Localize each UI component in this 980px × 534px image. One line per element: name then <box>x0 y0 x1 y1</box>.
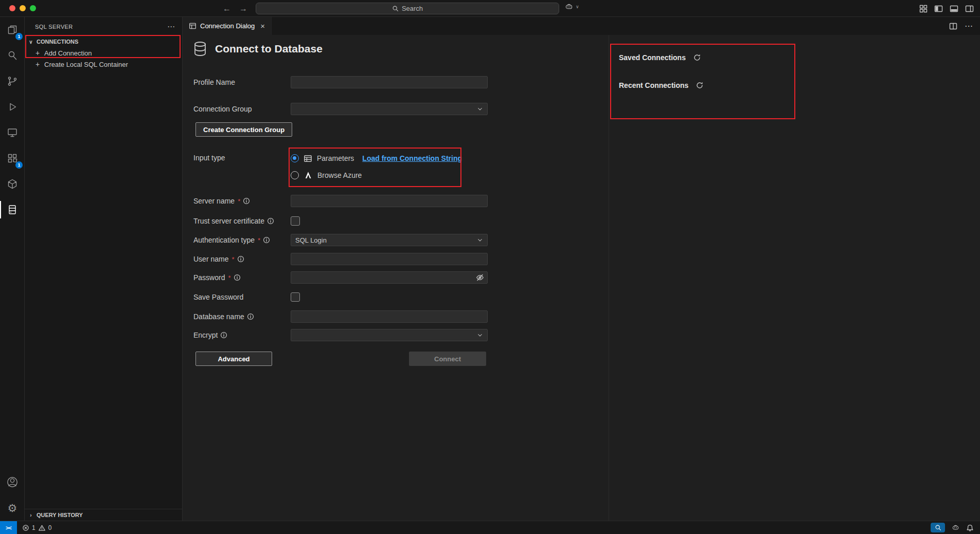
copilot-status-icon[interactable] <box>951 523 960 532</box>
chevron-down-icon: ∨ <box>576 4 579 9</box>
minimize-window-icon[interactable] <box>20 5 26 11</box>
activity-remote-explorer[interactable] <box>0 120 25 145</box>
close-icon[interactable]: × <box>260 22 265 30</box>
password-input[interactable] <box>291 271 488 284</box>
sidebar-sql-server: SQL SERVER ⋯ ∨ CONNECTIONS + Add Connect… <box>25 17 183 521</box>
back-icon[interactable]: ← <box>223 4 231 13</box>
chevron-down-icon <box>477 237 483 243</box>
customize-layout-icon[interactable] <box>919 5 928 13</box>
activity-sql-server[interactable] <box>0 197 25 223</box>
authentication-type-select[interactable]: SQL Login <box>291 234 488 246</box>
activity-explorer[interactable]: 1 <box>0 17 25 43</box>
toggle-primary-sidebar-icon[interactable] <box>934 5 943 13</box>
database-name-input[interactable] <box>291 310 488 323</box>
browse-azure-radio[interactable] <box>291 171 299 179</box>
create-connection-group-button[interactable]: Create Connection Group <box>195 122 292 137</box>
server-name-input[interactable] <box>291 195 488 207</box>
sidebar-item-create-local-sql-container[interactable]: + Create Local SQL Container <box>25 59 182 70</box>
cube-icon <box>6 178 19 190</box>
activity-search[interactable] <box>0 43 25 68</box>
refresh-recent-connections-button[interactable] <box>696 81 704 89</box>
parameters-radio[interactable] <box>291 154 299 162</box>
connections-section-label: CONNECTIONS <box>37 39 78 45</box>
info-icon <box>237 255 244 263</box>
trust-server-certificate-checkbox[interactable] <box>291 216 300 226</box>
editor-more-actions-icon[interactable]: ⋯ <box>965 21 973 31</box>
encrypt-label: Encrypt <box>193 331 218 339</box>
maximize-window-icon[interactable] <box>30 5 36 11</box>
activity-containers[interactable] <box>0 171 25 197</box>
required-marker: * <box>231 255 234 263</box>
user-name-label: User name <box>193 255 228 263</box>
activity-extensions[interactable]: 1 <box>0 145 25 171</box>
connection-dialog-tab-icon <box>189 22 197 30</box>
gear-icon: ⚙ <box>8 503 17 513</box>
close-window-icon[interactable] <box>9 5 15 11</box>
azure-icon <box>304 171 313 180</box>
error-icon <box>22 524 29 531</box>
info-icon <box>234 274 241 281</box>
plus-icon: + <box>34 49 41 57</box>
load-from-connection-string-link[interactable]: Load from Connection String <box>362 154 462 162</box>
panel-divider <box>609 35 609 521</box>
settings-menu[interactable]: ⚙ <box>0 495 25 521</box>
encrypt-select[interactable] <box>291 329 488 341</box>
remote-indicator[interactable]: >< <box>0 521 17 534</box>
plus-icon: + <box>34 60 41 68</box>
account-menu[interactable] <box>0 469 25 495</box>
forward-icon[interactable]: → <box>239 4 247 13</box>
zoom-indicator[interactable] <box>931 523 945 532</box>
server-name-label: Server name <box>193 197 235 205</box>
add-connection-label: Add Connection <box>44 49 92 57</box>
user-name-input[interactable] <box>291 253 488 265</box>
save-password-checkbox[interactable] <box>291 292 300 302</box>
connection-dialog-webview: Connect to Database Profile Name Connect… <box>183 35 980 521</box>
password-label: Password <box>193 273 225 282</box>
search-icon <box>392 5 399 12</box>
toggle-secondary-sidebar-icon[interactable] <box>965 5 974 13</box>
profile-name-input[interactable] <box>291 76 488 88</box>
authentication-type-value: SQL Login <box>295 236 327 244</box>
required-marker: * <box>238 197 240 205</box>
refresh-saved-connections-button[interactable] <box>693 53 701 62</box>
run-debug-icon <box>6 101 19 113</box>
recent-connections-label: Recent Connections <box>619 81 688 89</box>
info-icon <box>267 217 274 225</box>
required-marker: * <box>258 236 260 244</box>
tab-connection-dialog[interactable]: Connection Dialog × <box>183 17 272 35</box>
more-actions-icon[interactable]: ⋯ <box>167 22 175 31</box>
connection-group-select[interactable] <box>291 103 488 115</box>
copilot-menu[interactable]: ∨ <box>564 2 579 11</box>
split-editor-icon[interactable] <box>949 22 957 30</box>
eye-off-icon[interactable] <box>476 273 484 282</box>
sidebar-title: SQL SERVER <box>35 24 73 30</box>
macos-window-controls[interactable] <box>9 5 36 11</box>
parameters-icon <box>304 154 312 163</box>
query-history-section-header[interactable]: › QUERY HISTORY <box>25 509 182 521</box>
remote-icon: >< <box>6 525 11 531</box>
chevron-down-icon: ∨ <box>27 39 35 45</box>
info-icon <box>220 332 227 339</box>
browse-azure-radio-label[interactable]: Browse Azure <box>317 171 362 179</box>
titlebar: ← → Search ∨ <box>0 0 980 17</box>
problems-indicator[interactable]: 1 0 <box>17 521 57 534</box>
toggle-panel-icon[interactable] <box>950 5 958 13</box>
authentication-type-label: Authentication type <box>193 236 255 244</box>
notifications-bell-icon[interactable] <box>966 524 974 532</box>
refresh-icon <box>696 81 704 89</box>
connect-button[interactable]: Connect <box>409 352 486 366</box>
command-center-search[interactable]: Search <box>256 3 559 14</box>
connections-section-header[interactable]: ∨ CONNECTIONS <box>25 36 182 47</box>
activity-source-control[interactable] <box>0 68 25 94</box>
activity-run-debug[interactable] <box>0 94 25 120</box>
sidebar-item-add-connection[interactable]: + Add Connection <box>25 47 182 59</box>
advanced-button[interactable]: Advanced <box>195 352 272 366</box>
info-icon <box>243 197 250 205</box>
parameters-radio-label[interactable]: Parameters <box>317 154 354 162</box>
zoom-icon <box>935 524 941 531</box>
chevron-down-icon <box>477 332 483 338</box>
search-label: Search <box>402 5 423 12</box>
sql-server-icon <box>6 204 19 216</box>
chevron-down-icon <box>477 106 483 112</box>
profile-name-label: Profile Name <box>193 78 235 86</box>
